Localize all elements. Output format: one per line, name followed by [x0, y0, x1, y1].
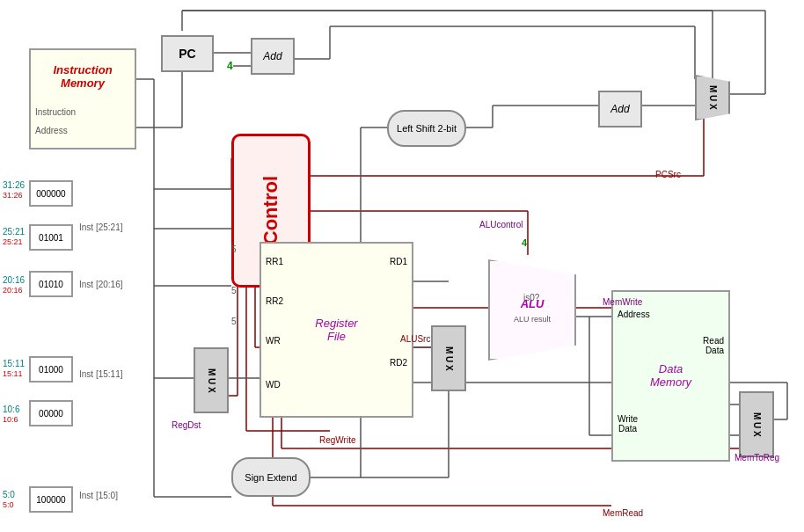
shamt-label: 10:6 [3, 404, 19, 414]
sign-extend-label: Sign Extend [245, 472, 296, 483]
inst-15-11-label: Inst [15:11] [79, 369, 122, 379]
opcode-val: 000000 [36, 189, 65, 199]
rr1-width: 5 [231, 244, 237, 254]
iszero-label: is0? [523, 293, 539, 302]
datapath-diagram: Instruction Memory Instruction Address P… [0, 0, 804, 532]
dm-address-label: Address [618, 310, 650, 319]
rd1-label: RD1 [390, 257, 407, 266]
left-shift-box: Left Shift 2-bit [387, 110, 466, 147]
rd-range: 15:11 [3, 369, 23, 378]
alu-box: ALU ALU result [488, 259, 576, 361]
alu-result-label: ALU result [514, 315, 551, 324]
shamt-val-box: 00000 [29, 400, 73, 426]
inst-15-0-label: Inst [15:0] [79, 491, 118, 500]
register-file-label: RegisterFile [315, 317, 357, 343]
shamt-val: 00000 [39, 409, 63, 419]
regdst-label: RegDst [172, 420, 201, 430]
mux3-label: M U X [444, 346, 454, 371]
wd-label: WD [266, 380, 281, 390]
data-memory-label: DataMemory [650, 361, 691, 388]
rs-val-box: 01001 [29, 224, 73, 251]
sign-extend-box: Sign Extend [231, 457, 311, 497]
alu-width: 4 [522, 237, 527, 248]
funct-val: 100000 [36, 495, 65, 505]
memwrite-label: MemWrite [603, 297, 642, 307]
alucontrol-label: ALUcontrol [479, 220, 523, 230]
rd-val: 01000 [39, 365, 63, 375]
instruction-memory-box: Instruction Memory Instruction Address [29, 48, 136, 149]
rr2-label: RR2 [266, 296, 283, 306]
mux4-box: M U X [739, 391, 774, 457]
address-label: Address [35, 126, 135, 135]
alusrc-label: ALUSrc [400, 334, 430, 344]
rs-range: 25:21 [3, 237, 23, 246]
funct-label: 5:0 [3, 490, 15, 499]
mux2-label: M U X [207, 368, 216, 393]
opcode-range-label: 31:26 [3, 180, 25, 190]
add2-label: Add [610, 103, 629, 115]
mux2-box: M U X [194, 347, 229, 413]
funct-range: 5:0 [3, 500, 14, 509]
add1-label: Add [263, 50, 281, 62]
rt-val: 01010 [39, 280, 63, 289]
memread-label: MemRead [603, 508, 643, 518]
instruction-memory-label: Instruction Memory [31, 63, 135, 90]
add1-box: Add [251, 38, 295, 75]
pcsrc-label: PCSrc [655, 170, 681, 179]
pc-label: PC [179, 47, 195, 61]
opcode-range: 31:26 [3, 191, 23, 200]
rd-label: 15:11 [3, 359, 25, 368]
rd-val-box: 01000 [29, 356, 73, 383]
rr1-label: RR1 [266, 257, 283, 266]
opcode-val-box: 000000 [29, 180, 73, 207]
rd2-label: RD2 [390, 358, 407, 368]
funct-val-box: 100000 [29, 486, 73, 513]
rs-val: 01001 [39, 233, 63, 243]
dm-read-label: ReadData [703, 336, 724, 355]
data-memory-box: Address ReadData WriteData DataMemory [611, 290, 730, 462]
wr-width: 5 [231, 317, 237, 326]
inst-20-16-label: Inst [20:16] [79, 280, 122, 289]
control-label: Control [259, 176, 282, 244]
wr-label: WR [266, 336, 281, 346]
pc-box: PC [161, 35, 214, 72]
rr2-width: 5 [231, 286, 237, 295]
rt-label: 20:16 [3, 275, 25, 285]
mux3-box: M U X [431, 325, 466, 391]
left-shift-label: Left Shift 2-bit [397, 123, 457, 134]
instruction-label: Instruction [35, 107, 135, 117]
rt-val-box: 01010 [29, 271, 73, 297]
memtoreg-label: MemToReg [735, 453, 779, 463]
mux4-label: M U X [752, 412, 762, 437]
rs-label: 25:21 [3, 227, 25, 237]
inst-25-21-label: Inst [25:21] [79, 222, 122, 232]
add2-box: Add [598, 91, 642, 128]
regwrite-label: RegWrite [319, 435, 356, 445]
four-label: 4 [227, 60, 233, 72]
mux5-label: M U X [708, 85, 718, 110]
register-file-box: RR1 RR2 WR WD RD1 RD2 RegisterFile [259, 242, 413, 418]
mux5-box: M U X [695, 75, 730, 120]
rt-range: 20:16 [3, 286, 23, 295]
dm-write-label: WriteData [618, 414, 638, 434]
shamt-range: 10:6 [3, 415, 18, 424]
